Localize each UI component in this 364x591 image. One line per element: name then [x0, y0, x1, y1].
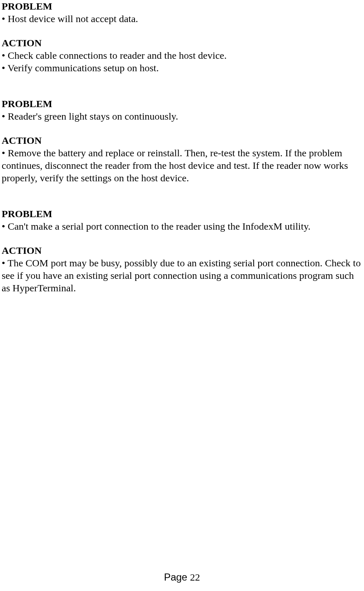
- problem-heading: PROBLEM: [2, 208, 362, 220]
- action-item: • The COM port may be busy, possibly due…: [2, 257, 362, 294]
- page-footer: Page 22: [0, 571, 364, 583]
- problem-item: • Reader's green light stays on continuo…: [2, 110, 362, 123]
- action-heading: ACTION: [2, 244, 362, 257]
- action-item: • Check cable connections to reader and …: [2, 49, 362, 62]
- page-number: 22: [190, 572, 200, 583]
- action-item: • Verify communications setup on host.: [2, 62, 362, 74]
- spacer: [2, 233, 362, 244]
- action-heading: ACTION: [2, 134, 362, 147]
- problem-action-section: PROBLEM • Reader's green light stays on …: [2, 98, 362, 184]
- problem-action-section: PROBLEM • Can't make a serial port conne…: [2, 208, 362, 294]
- problem-item: • Host device will not accept data.: [2, 13, 362, 25]
- problem-item: • Can't make a serial port connection to…: [2, 220, 362, 233]
- action-heading: ACTION: [2, 37, 362, 49]
- problem-heading: PROBLEM: [2, 0, 362, 13]
- action-item: • Remove the battery and replace or rein…: [2, 147, 362, 184]
- page-label: Page: [164, 571, 190, 583]
- spacer: [2, 25, 362, 37]
- spacer: [2, 123, 362, 134]
- problem-action-section: PROBLEM • Host device will not accept da…: [2, 0, 362, 74]
- problem-heading: PROBLEM: [2, 98, 362, 110]
